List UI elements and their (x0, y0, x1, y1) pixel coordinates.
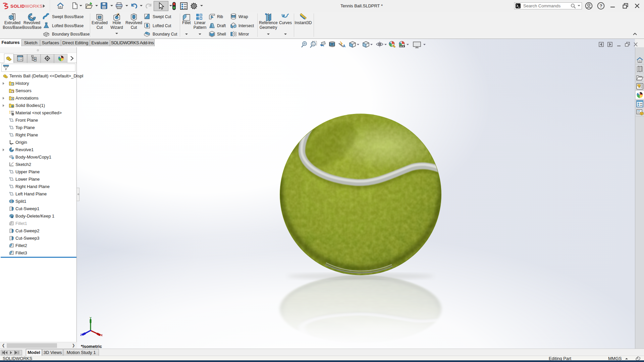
svg-text:Y: Y (90, 316, 92, 320)
svg-text:A: A (11, 97, 13, 100)
svg-text:Z: Z (80, 333, 82, 337)
svg-text:SOLIDWORKS: SOLIDWORKS (10, 4, 42, 9)
svg-text:X: X (101, 334, 103, 337)
svg-text:?: ? (599, 3, 602, 8)
